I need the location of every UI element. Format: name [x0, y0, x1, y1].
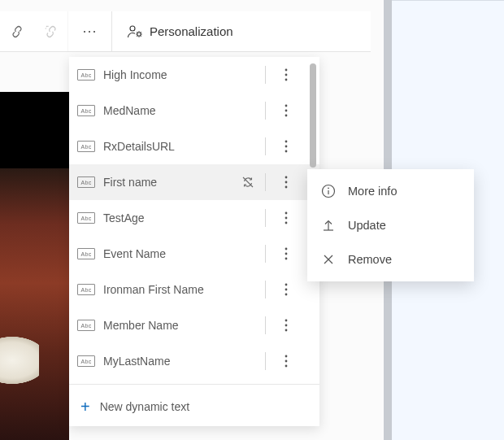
no-sync-icon: [239, 176, 257, 189]
toolbar: ··· Personalization: [0, 11, 371, 52]
list-item-label: Ironman First Name: [103, 283, 257, 296]
link-icon[interactable]: [0, 11, 34, 51]
svg-point-21: [285, 289, 288, 291]
list-item-label: MyLastName: [103, 355, 257, 368]
svg-point-10: [285, 150, 288, 153]
context-item-label: Remove: [348, 253, 392, 266]
context-item-label: Update: [348, 219, 386, 232]
item-divider: [265, 66, 266, 84]
item-divider: [265, 316, 266, 334]
item-more-button[interactable]: [274, 175, 298, 190]
svg-point-7: [285, 115, 288, 117]
scrollbar-thumb[interactable]: [310, 63, 316, 168]
dynamic-text-list: AbcHigh IncomeAbcMedNameAbcRxDetailsURLA…: [69, 57, 319, 379]
svg-point-4: [285, 79, 288, 81]
item-more-button[interactable]: [274, 139, 298, 154]
list-item[interactable]: AbcMember Name: [69, 307, 319, 343]
abc-badge-icon: Abc: [77, 248, 95, 259]
svg-point-31: [328, 187, 329, 189]
item-more-button[interactable]: [274, 246, 298, 261]
remove-icon: [320, 251, 337, 268]
list-item[interactable]: AbcRxDetailsURL: [69, 129, 319, 164]
toolbar-title: Personalization: [150, 24, 233, 38]
svg-point-5: [285, 105, 288, 107]
list-item-label: RxDetailsURL: [103, 140, 257, 153]
list-item[interactable]: AbcMyLastName: [69, 343, 319, 379]
svg-point-24: [285, 325, 288, 327]
list-item-label: First name: [103, 176, 231, 189]
list-item-label: Member Name: [103, 319, 257, 332]
svg-point-3: [285, 74, 288, 76]
item-more-button[interactable]: [274, 68, 298, 82]
item-divider: [265, 137, 266, 155]
item-more-button[interactable]: [274, 318, 298, 333]
svg-point-26: [285, 355, 288, 358]
item-divider: [265, 352, 266, 370]
abc-badge-icon: Abc: [77, 212, 95, 224]
list-item-label: Event Name: [103, 247, 257, 260]
list-item-label: MedName: [103, 104, 257, 117]
abc-badge-icon: Abc: [77, 176, 95, 188]
new-dynamic-text-button[interactable]: + New dynamic text: [69, 387, 319, 426]
item-more-button[interactable]: [274, 282, 298, 297]
list-item-label: High Income: [103, 68, 257, 81]
info-icon: [320, 183, 337, 199]
svg-point-18: [285, 253, 288, 255]
svg-point-0: [130, 26, 135, 31]
item-divider: [265, 281, 266, 298]
abc-badge-icon: Abc: [77, 141, 95, 152]
item-more-button[interactable]: [274, 354, 298, 368]
svg-point-13: [285, 186, 288, 189]
list-item[interactable]: AbcIronman First Name: [69, 272, 319, 307]
list-item[interactable]: AbcEvent Name: [69, 236, 319, 272]
svg-point-27: [285, 360, 288, 363]
svg-point-9: [285, 146, 288, 148]
svg-point-20: [285, 284, 288, 286]
background-image-detail: [0, 328, 39, 409]
personalization-button[interactable]: Personalization: [112, 11, 241, 51]
context-info-item[interactable]: More info: [307, 174, 474, 208]
personalization-panel: AbcHigh IncomeAbcMedNameAbcRxDetailsURLA…: [69, 57, 319, 426]
svg-point-8: [285, 141, 288, 143]
list-item[interactable]: AbcHigh Income: [69, 57, 319, 93]
list-item[interactable]: AbcTestAge: [69, 200, 319, 236]
new-dynamic-text-label: New dynamic text: [100, 400, 189, 413]
background-image: [0, 92, 69, 440]
svg-point-14: [285, 212, 288, 215]
plus-icon: +: [80, 399, 90, 415]
svg-point-16: [285, 222, 288, 224]
abc-badge-icon: Abc: [77, 69, 95, 81]
svg-point-19: [285, 258, 288, 260]
svg-point-25: [285, 329, 288, 332]
svg-point-15: [285, 217, 288, 220]
abc-badge-icon: Abc: [77, 105, 95, 116]
item-more-button[interactable]: [274, 211, 298, 225]
item-divider: [265, 209, 266, 227]
abc-badge-icon: Abc: [77, 355, 95, 367]
update-icon: [320, 217, 337, 233]
context-menu: More infoUpdateRemove: [307, 169, 474, 281]
abc-badge-icon: Abc: [77, 284, 95, 295]
context-update-item[interactable]: Update: [307, 208, 474, 242]
abc-badge-icon: Abc: [77, 320, 95, 331]
svg-point-22: [285, 294, 288, 296]
svg-point-12: [285, 181, 288, 184]
item-divider: [265, 102, 266, 120]
list-item[interactable]: AbcFirst name: [69, 164, 319, 200]
panel-divider: [69, 384, 319, 385]
svg-point-17: [285, 248, 288, 250]
unlink-icon[interactable]: [34, 11, 68, 51]
svg-point-23: [285, 320, 288, 322]
overflow-button[interactable]: ···: [68, 11, 112, 51]
item-divider: [265, 173, 266, 191]
list-item-label: TestAge: [103, 211, 257, 224]
svg-point-1: [137, 32, 141, 35]
svg-point-6: [285, 110, 288, 112]
item-more-button[interactable]: [274, 103, 298, 118]
context-item-label: More info: [348, 185, 397, 198]
person-gear-icon: [127, 24, 143, 39]
svg-point-28: [285, 365, 288, 368]
context-remove-item[interactable]: Remove: [307, 242, 474, 277]
svg-point-11: [285, 176, 288, 179]
list-item[interactable]: AbcMedName: [69, 93, 319, 129]
